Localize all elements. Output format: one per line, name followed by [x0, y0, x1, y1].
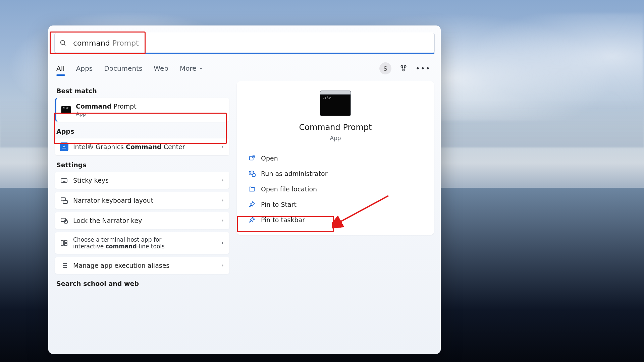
pin-icon: [248, 216, 256, 224]
action-open-file-location[interactable]: Open file location: [246, 181, 425, 197]
chevron-right-icon: [220, 263, 225, 268]
action-label: Pin to taskbar: [261, 216, 305, 224]
svg-line-1: [64, 44, 65, 45]
header-right-icons: S •••: [379, 62, 433, 74]
search-box-wrap: command Prompt: [54, 33, 435, 53]
action-label: Open file location: [261, 185, 317, 193]
svg-rect-5: [61, 179, 67, 182]
settings-narrator-keyboard-layout[interactable]: Narrator keyboard layout: [55, 192, 229, 209]
best-match-title: Command Prompt: [76, 103, 137, 110]
settings-manage-aliases[interactable]: Manage app execution aliases: [55, 257, 229, 274]
chevron-right-icon: [220, 241, 225, 245]
tab-web[interactable]: Web: [153, 61, 169, 76]
open-icon: [248, 155, 256, 162]
search-input[interactable]: [71, 39, 430, 47]
action-pin-to-start[interactable]: Pin to Start: [246, 197, 425, 212]
chevron-right-icon: [220, 218, 225, 223]
best-match-result[interactable]: Command Prompt App: [55, 98, 229, 122]
settings-terminal-host[interactable]: Choose a terminal host app for interacti…: [55, 232, 229, 254]
action-label: Run as administrator: [261, 170, 328, 177]
section-settings-title: Settings: [56, 161, 228, 169]
chevron-right-icon: [220, 198, 225, 203]
list-item-label: Manage app execution aliases: [73, 262, 169, 269]
search-icon: [59, 39, 67, 47]
filter-tabs: All Apps Documents Web More: [56, 61, 204, 76]
svg-point-4: [402, 69, 404, 71]
command-prompt-icon-large: [320, 90, 351, 116]
apps-result-intel-command-center[interactable]: Intel® Graphics Command Center: [55, 138, 229, 155]
section-best-match-title: Best match: [56, 87, 228, 95]
section-search-web-title: Search school and web: [56, 280, 228, 287]
keyboard-icon: [60, 176, 68, 185]
detail-card: Command Prompt App Open: [237, 81, 434, 235]
svg-rect-16: [64, 240, 67, 243]
best-match-subtitle: App: [76, 111, 137, 117]
narrator-keyboard-icon: [60, 196, 68, 205]
list-item-label: Narrator keyboard layout: [73, 197, 153, 204]
chevron-right-icon: [220, 178, 225, 183]
svg-rect-17: [64, 243, 67, 246]
tab-all[interactable]: All: [56, 61, 65, 76]
list-item-label: Sticky keys: [73, 177, 109, 184]
chevron-down-icon: [199, 66, 203, 71]
tab-apps[interactable]: Apps: [75, 61, 94, 76]
folder-icon: [248, 185, 256, 193]
svg-point-0: [61, 41, 65, 45]
execution-aliases-icon: [60, 261, 68, 270]
action-label: Open: [261, 155, 278, 162]
pin-icon: [248, 201, 256, 208]
detail-title: Command Prompt: [299, 123, 372, 132]
tab-more[interactable]: More: [179, 61, 204, 76]
action-open[interactable]: Open: [246, 150, 425, 166]
narrator-lock-icon: [60, 216, 68, 225]
command-prompt-icon: [61, 106, 71, 114]
detail-actions: Open Run as administrator: [246, 150, 425, 228]
search-box[interactable]: command Prompt: [54, 33, 435, 53]
results-row: Best match Command Prompt App Apps Intel…: [48, 78, 441, 297]
user-avatar[interactable]: S: [379, 62, 391, 74]
start-search-panel: command Prompt All Apps Documents Web Mo…: [48, 25, 441, 354]
run-admin-icon: [248, 170, 256, 177]
details-right-column: Command Prompt App Open: [237, 81, 434, 291]
svg-point-2: [401, 65, 402, 67]
svg-point-3: [404, 65, 406, 67]
search-focus-underline: [54, 53, 435, 54]
terminal-host-icon: [60, 239, 68, 247]
org-chart-icon[interactable]: [399, 64, 408, 73]
apps-result-label: Intel® Graphics Command Center: [73, 143, 185, 150]
results-left-column: Best match Command Prompt App Apps Intel…: [55, 81, 229, 291]
chevron-right-icon: [220, 144, 225, 149]
svg-rect-24: [250, 157, 253, 160]
action-pin-to-taskbar[interactable]: Pin to taskbar: [246, 212, 425, 228]
section-apps-title: Apps: [56, 128, 228, 135]
tab-active-underline: [56, 74, 65, 76]
detail-type: App: [330, 135, 341, 141]
filter-row: All Apps Documents Web More S: [48, 56, 441, 78]
more-options-icon[interactable]: •••: [416, 64, 431, 73]
settings-sticky-keys[interactable]: Sticky keys: [55, 172, 229, 189]
tab-documents[interactable]: Documents: [103, 61, 143, 76]
svg-rect-15: [61, 240, 63, 246]
detail-header: Command Prompt App: [246, 88, 425, 147]
intel-graphics-icon: [60, 142, 68, 151]
action-run-as-administrator[interactable]: Run as administrator: [246, 166, 425, 181]
settings-lock-narrator-key[interactable]: Lock the Narrator key: [55, 212, 229, 229]
list-item-label: Lock the Narrator key: [73, 217, 142, 224]
action-label: Pin to Start: [261, 201, 297, 208]
list-item-label: Choose a terminal host app for interacti…: [73, 236, 165, 250]
